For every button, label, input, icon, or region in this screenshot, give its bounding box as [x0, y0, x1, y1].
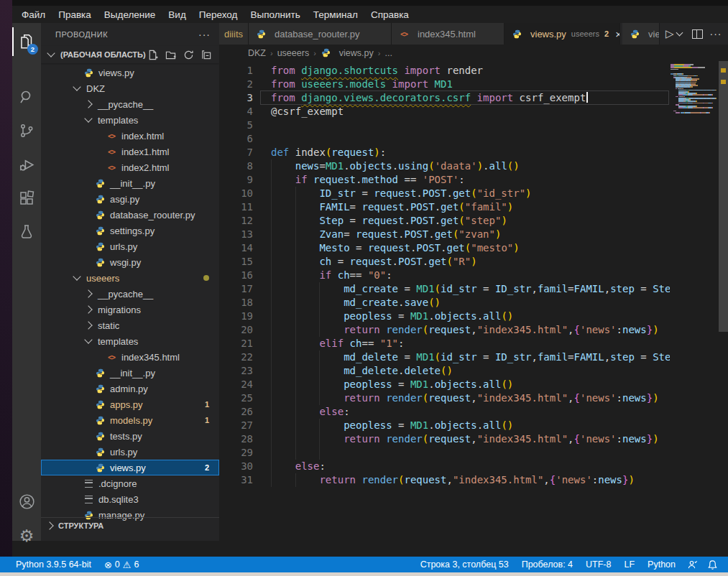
- minimap[interactable]: [671, 64, 719, 113]
- tab-vie[interactable]: vie: [622, 23, 660, 45]
- indent-guide: [295, 228, 296, 241]
- tree-item-views.py[interactable]: views.py: [41, 65, 219, 80]
- notifications-bell-icon[interactable]: [701, 559, 724, 570]
- warning-count: 6: [134, 559, 139, 570]
- python-icon: [94, 430, 106, 442]
- menu-item-файл[interactable]: Файл: [15, 9, 52, 20]
- tree-item-index2.html[interactable]: <>index2.html: [41, 159, 219, 175]
- line-number: 29: [219, 446, 260, 460]
- testing-icon[interactable]: [12, 216, 41, 248]
- tree-item-admin.py[interactable]: admin.py: [41, 381, 219, 396]
- run-debug-icon[interactable]: [12, 149, 41, 180]
- run-python-file-icon[interactable]: ▷: [664, 27, 676, 40]
- menu-item-терминал[interactable]: Терминал: [307, 9, 364, 20]
- new-folder-icon[interactable]: [165, 50, 176, 60]
- tree-item-tests.py[interactable]: tests.py: [41, 428, 219, 444]
- indent-guide: [319, 446, 320, 460]
- tree-item-database_roouter.py[interactable]: database_roouter.py: [41, 207, 219, 223]
- tab-database_roouter.py[interactable]: database_roouter.py: [249, 23, 392, 45]
- code-editor[interactable]: 1234567891011121314151617181920212223242…: [219, 61, 728, 541]
- menu-item-вид[interactable]: Вид: [162, 9, 192, 20]
- tree-item-views.py[interactable]: views.py2: [41, 460, 219, 475]
- chevron-down-icon: [84, 335, 92, 343]
- tree-item-apps.py[interactable]: apps.py1: [41, 396, 219, 412]
- menu-item-выполнить[interactable]: Выполнить: [244, 9, 306, 20]
- source-control-icon[interactable]: [12, 115, 41, 147]
- indent-guide: [295, 187, 296, 200]
- tree-item-index345.html[interactable]: <>index345.html: [41, 349, 219, 365]
- modified-dot-badge: [203, 275, 209, 281]
- tab-label: views.py: [530, 29, 566, 40]
- status-item[interactable]: Пробелов: 4: [515, 559, 579, 570]
- tab-index345.html[interactable]: <>index345.html: [392, 23, 504, 45]
- indent-guide: [319, 350, 320, 364]
- menu-item-переход[interactable]: Переход: [193, 9, 244, 20]
- settings-gear-icon[interactable]: ⚙: [12, 520, 41, 552]
- breadcrumb-item-useeers[interactable]: useeers: [277, 48, 309, 58]
- tree-item-urls.py[interactable]: urls.py: [41, 444, 219, 460]
- problems-status[interactable]: ⊗ 0 ⚠ 6: [98, 559, 145, 570]
- split-editor-icon[interactable]: [692, 29, 703, 39]
- vertical-scrollbar-thumb[interactable]: [719, 61, 728, 332]
- new-file-icon[interactable]: [147, 50, 158, 60]
- breadcrumb-item-views.py[interactable]: views.py: [321, 47, 374, 59]
- tree-item-templates[interactable]: templates: [41, 112, 219, 128]
- tab-diiits[interactable]: diiits2●: [219, 23, 249, 45]
- breadcrumb-item-DKZ[interactable]: DKZ: [248, 48, 266, 58]
- tree-item-.dcignore[interactable]: .dcignore: [41, 475, 219, 491]
- outline-section-header[interactable]: СТРУКТУРА: [41, 517, 219, 534]
- chevron-right-icon: [84, 305, 92, 313]
- workspace-section-header[interactable]: (РАБОЧАЯ ОБЛАСТЬ) ...: [41, 46, 219, 63]
- account-icon[interactable]: [12, 486, 41, 517]
- menu-item-правка[interactable]: Правка: [52, 9, 98, 20]
- feedback-icon[interactable]: [682, 559, 701, 570]
- tree-item-__pycache__[interactable]: __pycache__: [41, 96, 219, 112]
- tree-item-__pycache__[interactable]: __pycache__: [41, 286, 219, 302]
- tree-item-static[interactable]: static: [41, 317, 219, 333]
- status-item[interactable]: Python: [641, 559, 682, 570]
- tree-item-__init__.py[interactable]: __init__.py: [41, 175, 219, 191]
- code-lines: from django.shortcuts import renderfrom …: [260, 64, 670, 501]
- status-item[interactable]: Строка 3, столбец 53: [414, 559, 515, 570]
- indent-guide: [271, 350, 272, 364]
- collapse-all-icon[interactable]: [201, 50, 212, 60]
- more-actions-icon[interactable]: ···: [710, 28, 722, 40]
- explorer-icon[interactable]: 2: [12, 26, 41, 57]
- indent-guide: [295, 432, 296, 446]
- search-icon[interactable]: [12, 81, 41, 113]
- run-dropdown-chevron-icon[interactable]: [676, 29, 683, 37]
- tree-item-db.sqlite3[interactable]: db.sqlite3: [41, 491, 219, 507]
- menu-item-справка[interactable]: Справка: [364, 9, 415, 20]
- vertical-scrollbar[interactable]: [719, 61, 728, 541]
- breadcrumb-item-...[interactable]: ...: [384, 48, 392, 58]
- tree-item-index1.html[interactable]: <>index1.html: [41, 144, 219, 159]
- chevron-right-icon: [84, 289, 92, 297]
- indent-guide: [295, 405, 296, 419]
- sidebar-more-actions-icon[interactable]: ···: [198, 29, 211, 40]
- tree-item-__init__.py[interactable]: __init__.py: [41, 365, 219, 381]
- tree-item-urls.py[interactable]: urls.py: [41, 238, 219, 254]
- line-number-gutter: 1234567891011121314151617181920212223242…: [219, 64, 260, 487]
- refresh-icon[interactable]: [183, 50, 194, 60]
- indent-guide: [295, 255, 296, 269]
- tree-item-migrations[interactable]: migrations: [41, 302, 219, 317]
- html-icon: <>: [106, 146, 117, 157]
- tree-item-templates[interactable]: templates: [41, 333, 219, 349]
- status-item[interactable]: LF: [617, 559, 641, 570]
- editor-actions: ▷···: [664, 23, 728, 45]
- indent-guide: [271, 296, 272, 310]
- close-icon[interactable]: ×: [615, 28, 620, 40]
- menu-item-выделение[interactable]: Выделение: [98, 9, 162, 20]
- tab-views.py[interactable]: views.pyuseeers2×: [504, 23, 620, 45]
- tree-item-wsgi.py[interactable]: wsgi.py: [41, 254, 219, 270]
- tree-item-DKZ[interactable]: DKZ: [41, 80, 219, 96]
- python-interpreter-status[interactable]: Python 3.9.5 64-bit: [9, 559, 98, 570]
- status-item[interactable]: UTF-8: [579, 559, 617, 570]
- breadcrumb-separator: ›: [270, 49, 273, 57]
- extensions-icon[interactable]: [12, 182, 41, 214]
- tree-item-index.html[interactable]: <>index.html: [41, 128, 219, 144]
- tree-item-asgi.py[interactable]: asgi.py: [41, 191, 219, 207]
- tree-item-settings.py[interactable]: settings.py: [41, 223, 219, 238]
- tree-item-models.py[interactable]: models.py1: [41, 412, 219, 428]
- tree-item-useeers[interactable]: useeers: [41, 270, 219, 286]
